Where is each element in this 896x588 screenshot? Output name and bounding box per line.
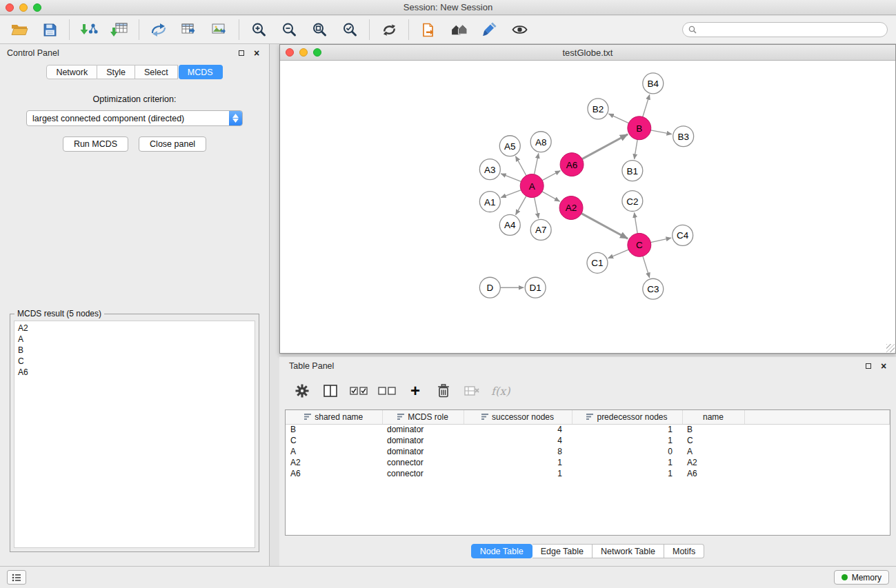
graph-edge-C-C4[interactable]: [650, 238, 671, 243]
node-table[interactable]: shared name MCDS role successor nodes pr…: [285, 409, 890, 536]
refresh-view-button[interactable]: [377, 19, 401, 41]
graph-edge-B-B4[interactable]: [643, 94, 650, 116]
table-cell[interactable]: A: [682, 446, 744, 457]
table-cell[interactable]: 4: [464, 435, 572, 446]
search-input[interactable]: [700, 25, 882, 34]
table-cell[interactable]: A2: [682, 457, 744, 468]
column-header-successor-nodes[interactable]: successor nodes: [464, 410, 572, 424]
close-mcds-panel-button[interactable]: Close panel: [139, 136, 206, 152]
graph-node-A7[interactable]: A7: [530, 219, 551, 240]
graph-edge-B-B3[interactable]: [650, 130, 672, 134]
tab-edge-table[interactable]: Edge Table: [532, 544, 593, 558]
table-cell[interactable]: C: [286, 435, 382, 446]
share-network-button[interactable]: [146, 19, 171, 41]
graph-edge-B-B1[interactable]: [635, 140, 638, 159]
mcds-result-item[interactable]: A6: [18, 367, 251, 378]
network-graph[interactable]: B4B2BB3A5A8A6A3B1AA1C2A2A4A7C4CC1C3DD1: [280, 61, 895, 353]
graph-node-A5[interactable]: A5: [499, 136, 520, 156]
table-cell[interactable]: 1: [572, 435, 682, 446]
graph-edge-C-C1[interactable]: [608, 250, 629, 258]
import-table-button[interactable]: [107, 19, 132, 41]
tab-style[interactable]: Style: [97, 65, 135, 79]
save-session-button[interactable]: [37, 19, 62, 41]
graph-edge-A-A3[interactable]: [501, 174, 521, 182]
table-row[interactable]: Cdominator41C: [286, 435, 890, 446]
graph-edge-C-C3[interactable]: [643, 256, 650, 278]
graph-edge-A-A1[interactable]: [501, 190, 521, 198]
open-document-button[interactable]: [416, 19, 441, 41]
graph-edge-A-A8[interactable]: [535, 153, 539, 174]
graph-node-C3[interactable]: C3: [643, 278, 664, 299]
table-cell[interactable]: dominator: [382, 446, 464, 457]
table-cell[interactable]: 1: [464, 457, 572, 468]
graph-node-B4[interactable]: B4: [643, 73, 664, 94]
network-window-titlebar[interactable]: testGlobe.txt: [280, 45, 895, 61]
graph-node-A6[interactable]: A6: [560, 153, 584, 176]
global-search[interactable]: [682, 22, 888, 37]
graph-node-D1[interactable]: D1: [525, 277, 546, 298]
mcds-result-item[interactable]: C: [18, 356, 251, 367]
table-settings-button[interactable]: [293, 381, 311, 401]
table-cell[interactable]: connector: [382, 457, 464, 468]
close-panel-button[interactable]: ×: [251, 48, 262, 59]
unselect-all-button[interactable]: [378, 381, 396, 401]
resize-grip[interactable]: [886, 344, 895, 352]
graph-edge-A-A6[interactable]: [542, 171, 560, 181]
graph-node-C2[interactable]: C2: [622, 191, 643, 212]
mcds-result-list[interactable]: A2ABCA6: [14, 321, 255, 548]
table-row[interactable]: Adominator80A: [286, 446, 890, 457]
table-cell[interactable]: 1: [464, 468, 572, 479]
graph-edge-C-C2[interactable]: [634, 212, 637, 233]
tab-select[interactable]: Select: [135, 65, 178, 79]
table-cell[interactable]: C: [682, 435, 744, 446]
import-network-button[interactable]: [77, 19, 101, 41]
column-header-predecessor-nodes[interactable]: predecessor nodes: [572, 410, 682, 424]
run-mcds-button[interactable]: Run MCDS: [63, 136, 128, 152]
graph-node-A8[interactable]: A8: [530, 132, 551, 152]
float-panel-button[interactable]: [236, 48, 247, 59]
table-cell[interactable]: B: [682, 424, 744, 435]
home-button[interactable]: [446, 19, 471, 41]
zoom-selected-button[interactable]: [337, 19, 362, 41]
open-session-button[interactable]: [7, 19, 32, 41]
show-hide-button[interactable]: [507, 19, 532, 41]
zoom-in-button[interactable]: [246, 19, 271, 41]
graph-edge-A-A2[interactable]: [542, 192, 560, 201]
graph-node-D[interactable]: D: [479, 277, 500, 298]
graph-node-A2[interactable]: A2: [559, 196, 583, 220]
graph-edge-A6-B[interactable]: [582, 134, 628, 159]
graph-node-B1[interactable]: B1: [622, 161, 643, 181]
table-cell[interactable]: connector: [382, 468, 464, 479]
export-image-button[interactable]: [207, 19, 232, 41]
graph-node-A3[interactable]: A3: [479, 159, 500, 180]
table-cell[interactable]: B: [286, 424, 382, 435]
graph-node-B2[interactable]: B2: [588, 99, 608, 119]
tab-mcds[interactable]: MCDS: [179, 65, 223, 79]
zoom-out-button[interactable]: [277, 19, 301, 41]
clear-table-button[interactable]: [463, 381, 481, 401]
graph-edge-A-A5[interactable]: [515, 156, 526, 176]
graph-node-A4[interactable]: A4: [499, 214, 520, 235]
column-header-shared-name[interactable]: shared name: [286, 410, 382, 424]
add-column-button[interactable]: +: [406, 381, 424, 401]
graph-node-A[interactable]: A: [520, 174, 544, 198]
optimization-criterion-select[interactable]: largest connected component (directed): [26, 110, 243, 126]
network-canvas[interactable]: B4B2BB3A5A8A6A3B1AA1C2A2A4A7C4CC1C3DD1: [280, 61, 895, 353]
graph-edge-A-A4[interactable]: [516, 196, 526, 214]
mcds-result-item[interactable]: A: [18, 334, 251, 345]
table-cell[interactable]: 4: [464, 424, 572, 435]
graph-edge-B-B2[interactable]: [608, 114, 628, 123]
mcds-result-item[interactable]: B: [18, 345, 251, 356]
table-cell[interactable]: 1: [572, 468, 682, 479]
table-cell[interactable]: dominator: [382, 435, 464, 446]
table-cell[interactable]: 1: [572, 457, 682, 468]
graph-edge-A2-C[interactable]: [581, 214, 628, 239]
mcds-result-item[interactable]: A2: [18, 323, 251, 334]
zoom-fit-button[interactable]: [307, 19, 332, 41]
table-cell[interactable]: 1: [572, 424, 682, 435]
table-cell[interactable]: A6: [682, 468, 744, 479]
table-close-button[interactable]: ×: [878, 361, 889, 372]
graph-node-B3[interactable]: B3: [673, 126, 694, 147]
graph-node-C[interactable]: C: [628, 233, 651, 256]
function-builder-button[interactable]: f(x): [491, 381, 510, 401]
